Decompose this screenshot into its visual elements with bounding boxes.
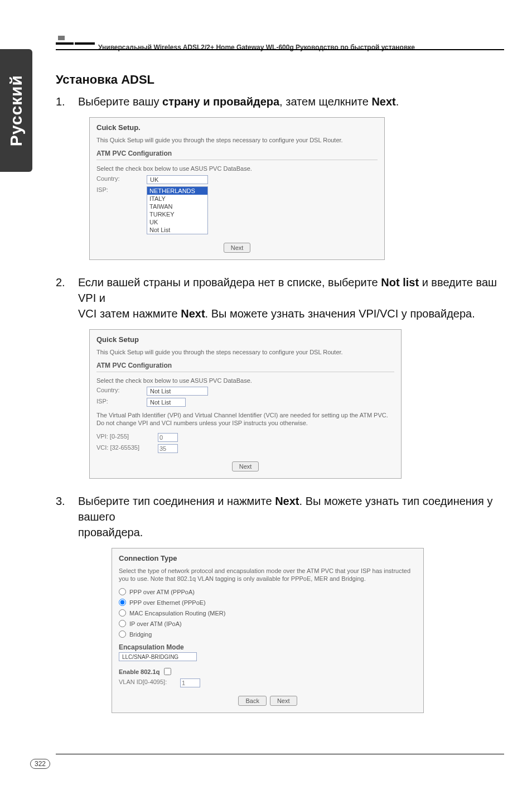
step-2-num: 2. [56,275,78,321]
shot3-radio-ipoa[interactable]: IP over ATM (IPoA) [119,620,417,627]
doc-logo [56,36,95,49]
shot3-radio-pppoe[interactable]: PPP over Ethernet (PPPoE) [119,599,417,606]
shot1-country-label: Country: [96,175,147,182]
shot3-enc-select[interactable]: LLC/SNAP-BRIDGING [119,652,197,661]
shot3-desc: Select the type of network protocol and … [119,567,417,583]
shot1-desc: This Quick Setup will guide you through … [96,136,378,144]
step-1-num: 1. [56,94,78,109]
shot3-next-button[interactable]: Next [270,696,297,706]
radio-icon[interactable] [119,609,126,617]
radio-icon[interactable] [119,630,126,638]
language-tab: Русский [0,49,32,172]
shot2-hint: Select the check box below to use ASUS P… [96,377,394,384]
shot1-section: ATM PVC Configuration [96,150,378,160]
step-2-text: Если вашей страны и провайдера нет в спи… [78,275,504,321]
radio-icon[interactable] [119,599,126,606]
shot2-country-select[interactable]: Not List [147,387,208,396]
shot3-enable-checkbox[interactable] [164,668,171,675]
screenshot-1: Cuick Setup. This Quick Setup will guide… [89,117,385,260]
shot3-vlan-input[interactable] [180,678,200,687]
shot3-radio-pppoa[interactable]: PPP over ATM (PPPoA) [119,588,417,595]
page-number: 322 [30,759,50,769]
bottom-rule [56,754,504,754]
top-rule [56,49,504,50]
shot2-isp-select[interactable]: Not List [147,398,186,407]
shot2-isp-label: ISP: [96,398,147,405]
shot3-enc-label: Encapsulation Mode [119,643,417,651]
shot2-next-button[interactable]: Next [232,461,259,471]
shot1-isp-item[interactable]: Not List [147,226,207,234]
language-label: Русский [7,75,26,146]
shot1-isp-item[interactable]: ITALY [147,195,207,203]
shot2-section: ATM PVC Configuration [96,362,394,372]
step-1-text: Выберите вашу страну и провайдера, затем… [78,94,504,109]
step-3-num: 3. [56,493,78,540]
shot2-vpi-label: VPI: [0-255] [96,433,158,440]
shot2-vpi-input[interactable] [158,433,178,442]
shot1-isp-listbox[interactable]: NETHERLANDS ITALY TAIWAN TURKEY UK Not L… [147,186,208,234]
page-title: Установка ADSL [56,73,504,87]
screenshot-3: Connection Type Select the type of netwo… [112,548,424,714]
radio-icon[interactable] [119,588,126,595]
step-1: 1. Выберите вашу страну и провайдера, за… [56,94,504,109]
shot2-vci-input[interactable] [158,444,178,453]
step-2: 2. Если вашей страны и провайдера нет в … [56,275,504,321]
shot2-vpi-desc: The Virtual Path Identifier (VPI) and Vi… [96,411,394,427]
screenshot-2: Quick Setup This Quick Setup will guide … [89,329,402,479]
shot2-vci-label: VCI: [32-65535] [96,444,158,451]
shot3-radio-bridging[interactable]: Bridging [119,630,417,638]
shot3-radio-mer[interactable]: MAC Encapsulation Routing (MER) [119,609,417,617]
shot1-isp-item[interactable]: TURKEY [147,210,207,218]
shot2-title: Quick Setup [96,335,394,344]
shot2-desc: This Quick Setup will guide you through … [96,348,394,356]
shot1-hint: Select the check box below to use ASUS P… [96,165,378,172]
shot2-country-label: Country: [96,387,147,393]
shot3-back-button[interactable]: Back [238,696,266,706]
shot1-isp-item[interactable]: UK [147,218,207,226]
shot1-isp-label: ISP: [96,186,147,193]
shot3-title: Connection Type [119,554,417,562]
shot1-title: Cuick Setup. [96,123,378,132]
step-3: 3. Выберите тип соединения и нажмите Nex… [56,493,504,540]
step-3-text: Выберите тип соединения и нажмите Next. … [78,493,504,540]
shot3-enable-label: Enable 802.1q [119,668,159,675]
shot3-vlan-label: VLAN ID[0-4095]: [119,678,180,685]
radio-icon[interactable] [119,620,126,627]
shot1-next-button[interactable]: Next [224,243,251,253]
shot1-isp-item[interactable]: TAIWAN [147,203,207,210]
shot1-isp-item[interactable]: NETHERLANDS [147,187,207,195]
shot1-country-select[interactable]: UK [147,175,208,184]
